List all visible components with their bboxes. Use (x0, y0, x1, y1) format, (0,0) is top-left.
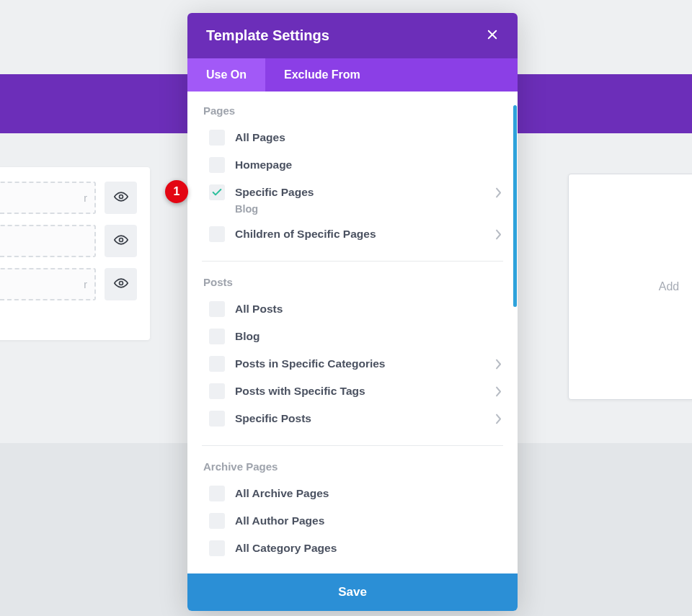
item-posts-tags[interactable]: Posts with Specific Tags (187, 378, 518, 405)
tab-label: Exclude From (284, 68, 360, 81)
item-label: All Author Pages (235, 514, 502, 527)
visibility-toggle[interactable] (105, 268, 137, 300)
tab-use-on[interactable]: Use On (187, 58, 265, 91)
visibility-toggle[interactable] (105, 225, 137, 257)
slot-row (0, 225, 137, 257)
item-homepage[interactable]: Homepage (187, 151, 518, 179)
checkbox[interactable] (209, 383, 225, 399)
svg-point-0 (119, 195, 123, 198)
slot[interactable]: r (0, 268, 96, 300)
item-specific-posts[interactable]: Specific Posts (187, 405, 518, 432)
item-label: Blog (235, 330, 502, 343)
template-settings-modal: Template Settings Use On Exclude From Pa… (187, 13, 518, 611)
checkbox[interactable] (209, 130, 225, 146)
item-sublabel: Blog (187, 203, 518, 220)
checkbox[interactable] (209, 329, 225, 344)
checkbox[interactable] (209, 411, 225, 427)
item-all-posts[interactable]: All Posts (187, 295, 518, 323)
item-label: All Archive Pages (235, 487, 502, 500)
save-button[interactable]: Save (187, 573, 518, 611)
item-label: Posts with Specific Tags (235, 385, 495, 398)
checkbox[interactable] (209, 157, 225, 173)
item-posts-categories[interactable]: Posts in Specific Categories (187, 350, 518, 378)
close-icon (486, 28, 499, 44)
checkbox[interactable] (209, 301, 225, 317)
annotation-badge: 1 (165, 180, 188, 203)
item-label: Specific Posts (235, 412, 495, 425)
modal-title: Template Settings (206, 27, 329, 44)
eye-icon (114, 276, 128, 293)
item-all-author[interactable]: All Author Pages (187, 507, 518, 535)
section-header-archive: Archive Pages (187, 456, 518, 480)
section-header-posts: Posts (187, 272, 518, 295)
svg-point-1 (119, 238, 123, 241)
checkbox[interactable] (209, 184, 225, 200)
svg-point-2 (119, 281, 123, 285)
item-all-category[interactable]: All Category Pages (187, 535, 518, 562)
badge-number: 1 (174, 185, 180, 198)
checkbox[interactable] (209, 513, 225, 529)
item-label: Homepage (235, 159, 502, 171)
item-all-pages[interactable]: All Pages (187, 124, 518, 151)
save-label: Save (338, 585, 367, 599)
checkbox[interactable] (209, 226, 225, 242)
slot[interactable]: r (0, 182, 96, 214)
right-card-label: Add (659, 280, 679, 293)
right-card[interactable]: Add (568, 174, 692, 400)
checkbox[interactable] (209, 356, 225, 372)
item-label: All Posts (235, 303, 502, 316)
slot[interactable] (0, 225, 96, 257)
tab-exclude-from[interactable]: Exclude From (265, 58, 379, 91)
divider (202, 445, 503, 446)
section-header-pages: Pages (187, 100, 518, 124)
item-blog[interactable]: Blog (187, 323, 518, 350)
item-label: Children of Specific Pages (235, 228, 495, 241)
tab-label: Use On (206, 68, 247, 81)
item-label: Posts in Specific Categories (235, 357, 495, 370)
eye-icon (114, 233, 128, 250)
checkbox[interactable] (209, 486, 225, 501)
slot-row: r (0, 182, 137, 214)
modal-body: Pages All Pages Homepage Specific Pages … (187, 91, 518, 573)
item-children-specific-pages[interactable]: Children of Specific Pages (187, 220, 518, 248)
chevron-right-icon (495, 229, 502, 240)
slot-row: r (0, 268, 137, 300)
chevron-right-icon (495, 187, 502, 198)
chevron-right-icon (495, 414, 502, 424)
scroll-area: Pages All Pages Homepage Specific Pages … (187, 91, 518, 573)
item-specific-pages[interactable]: Specific Pages (187, 179, 518, 206)
divider (202, 261, 503, 262)
item-all-archive[interactable]: All Archive Pages (187, 480, 518, 507)
item-label: All Pages (235, 131, 502, 144)
chevron-right-icon (495, 359, 502, 370)
item-label: All Category Pages (235, 542, 502, 555)
item-label: Specific Pages (235, 186, 495, 199)
modal-header: Template Settings (187, 13, 518, 58)
slot-text: r (84, 279, 87, 290)
close-button[interactable] (486, 28, 499, 44)
checkbox[interactable] (209, 540, 225, 556)
chevron-right-icon (495, 386, 502, 397)
left-card: r r (0, 167, 150, 340)
visibility-toggle[interactable] (105, 182, 137, 214)
tabs: Use On Exclude From (187, 58, 518, 91)
eye-icon (114, 189, 128, 207)
slot-text: r (84, 192, 87, 204)
